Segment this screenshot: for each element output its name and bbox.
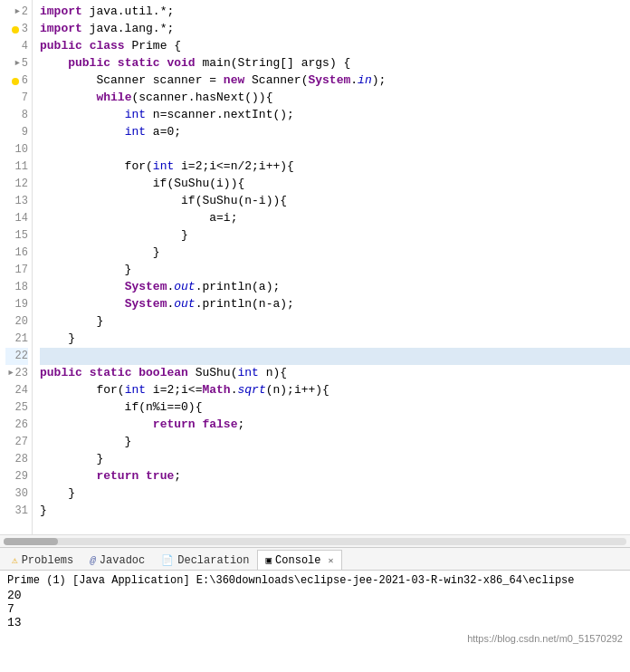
line-number-22: 22 (5, 348, 28, 365)
line-number-2: ►2 (5, 4, 28, 21)
code-line-16: } (40, 245, 630, 262)
line-number-29: 29 (5, 468, 28, 485)
line-number-3: 3 (5, 21, 28, 38)
line-number-7: 7 (5, 90, 28, 107)
horizontal-scrollbar[interactable] (0, 534, 630, 547)
code-editor[interactable]: ►234►5678910111213141516171819202122►232… (0, 0, 630, 534)
line-number-17: 17 (5, 262, 28, 279)
code-line-8: int n=scanner.nextInt(); (40, 107, 630, 124)
line-number-16: 16 (5, 245, 28, 262)
code-line-25: if(n%i==0){ (40, 399, 630, 417)
console-close-icon[interactable]: ✕ (329, 555, 334, 566)
code-line-5: public static void main(String[] args) { (40, 55, 630, 72)
line-number-27: 27 (5, 434, 28, 451)
line-number-18: 18 (5, 279, 28, 296)
declaration-icon: 📄 (161, 554, 174, 566)
console-output: 20713 (7, 589, 623, 629)
line-number-24: 24 (5, 382, 28, 399)
line-number-5: ►5 (5, 55, 28, 72)
line-number-19: 19 (5, 296, 28, 313)
code-line-26: return false; (40, 417, 630, 434)
code-line-29: return true; (40, 468, 630, 485)
line-number-28: 28 (5, 451, 28, 468)
line-number-30: 30 (5, 485, 28, 503)
tab-label-console: Console (275, 554, 320, 567)
code-line-21: } (40, 331, 630, 348)
problems-icon: ⚠ (12, 554, 18, 566)
line-number-14: 14 (5, 210, 28, 227)
code-line-4: public class Prime { (40, 38, 630, 55)
tab-javadoc[interactable]: @Javadoc (81, 550, 153, 570)
line-number-12: 12 (5, 176, 28, 193)
code-line-20: } (40, 313, 630, 331)
line-number-13: 13 (5, 193, 28, 210)
code-line-14: a=i; (40, 210, 630, 227)
code-line-27: } (40, 434, 630, 451)
code-line-12: if(SuShu(i)){ (40, 176, 630, 193)
code-line-22 (40, 348, 630, 365)
tab-label-problems: Problems (22, 554, 74, 567)
console-panel: Prime (1) [Java Application] E:\360downl… (0, 571, 630, 672)
console-icon: ▣ (265, 554, 272, 566)
watermark: https://blog.csdn.net/m0_51570292 (7, 633, 623, 644)
code-line-17: } (40, 262, 630, 279)
line-number-10: 10 (5, 141, 28, 158)
line-number-4: 4 (5, 38, 28, 55)
code-content[interactable]: import java.util.*;import java.lang.*;pu… (33, 0, 630, 534)
code-line-30: } (40, 485, 630, 503)
code-line-15: } (40, 227, 630, 245)
code-line-13: if(SuShu(n-i)){ (40, 193, 630, 210)
code-line-23: public static boolean SuShu(int n){ (40, 365, 630, 382)
code-line-3: import java.lang.*; (40, 21, 630, 38)
line-number-31: 31 (5, 503, 28, 520)
console-output-line: 20 (7, 589, 623, 602)
line-numbers: ►234►5678910111213141516171819202122►232… (0, 0, 33, 534)
console-output-line: 13 (7, 616, 623, 629)
code-line-31: } (40, 503, 630, 520)
tab-label-javadoc: Javadoc (100, 554, 145, 567)
tab-console[interactable]: ▣Console✕ (257, 550, 341, 570)
line-number-25: 25 (5, 399, 28, 417)
line-number-11: 11 (5, 158, 28, 176)
code-line-9: int a=0; (40, 124, 630, 141)
line-number-20: 20 (5, 313, 28, 331)
javadoc-icon: @ (90, 555, 96, 566)
code-line-19: System.out.println(n-a); (40, 296, 630, 313)
line-number-15: 15 (5, 227, 28, 245)
code-line-2: import java.util.*; (40, 4, 630, 21)
code-line-6: Scanner scanner = new Scanner(System.in)… (40, 72, 630, 90)
line-number-6: 6 (5, 72, 28, 90)
line-number-9: 9 (5, 124, 28, 141)
tab-label-declaration: Declaration (177, 554, 249, 567)
line-number-8: 8 (5, 107, 28, 124)
code-line-11: for(int i=2;i<=n/2;i++){ (40, 158, 630, 176)
bottom-tab-bar: ⚠Problems@Javadoc📄Declaration▣Console✕ (0, 547, 630, 571)
line-number-23: ►23 (5, 365, 28, 382)
line-number-26: 26 (5, 417, 28, 434)
console-output-line: 7 (7, 602, 623, 616)
code-line-28: } (40, 451, 630, 468)
code-line-24: for(int i=2;i<=Math.sqrt(n);i++){ (40, 382, 630, 399)
tab-problems[interactable]: ⚠Problems (4, 550, 81, 570)
code-line-10 (40, 141, 630, 158)
line-number-21: 21 (5, 331, 28, 348)
tab-declaration[interactable]: 📄Declaration (153, 550, 257, 570)
console-path: Prime (1) [Java Application] E:\360downl… (7, 574, 623, 587)
code-line-7: while(scanner.hasNext()){ (40, 90, 630, 107)
code-line-18: System.out.println(a); (40, 279, 630, 296)
